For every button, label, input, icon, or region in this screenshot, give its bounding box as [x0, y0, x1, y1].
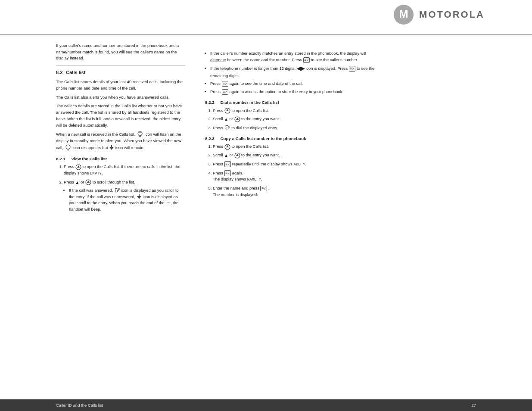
- press-btn-copy4: ≡/: [224, 170, 231, 176]
- svg-marker-22: [236, 118, 239, 120]
- calls-list-para2: The Calls list also alerts you when you …: [56, 94, 185, 101]
- empty-text: EMPTY: [90, 171, 102, 176]
- nav-icon-dial1: [224, 108, 230, 114]
- dial-step-3: Press to dial the displayed entry.: [213, 125, 379, 131]
- copy-step-3: Press ≡/ repeatedly until the display sh…: [213, 161, 379, 168]
- right-top-bullets: If the caller's number exactly matches a…: [210, 50, 379, 95]
- answered-icon: [114, 188, 120, 193]
- svg-marker-24: [226, 145, 229, 147]
- subsection-8-2-2-title: Dial a number in the Calls list: [220, 100, 279, 105]
- motorola-m-icon: M: [393, 4, 414, 25]
- svg-point-6: [66, 145, 70, 149]
- svg-marker-26: [236, 154, 239, 156]
- press-btn-copy5: ≡/: [260, 186, 267, 191]
- dial-icon: [224, 125, 230, 131]
- press-btn-2: ≡/: [349, 66, 356, 72]
- nav-icon-dial2: [234, 116, 240, 122]
- calls-icon: [137, 131, 143, 138]
- press-btn-3: ≡/: [222, 81, 229, 87]
- copy-calls-steps: Press to open the Calls list. Scroll ▲ o…: [213, 143, 379, 198]
- svg-marker-17: [137, 196, 141, 199]
- section-8-2-header: 8.2 Calls list: [56, 69, 185, 76]
- missed-icon: [137, 194, 142, 200]
- footer-label: Caller ID and the Calls list: [56, 403, 103, 408]
- page-footer: Caller ID and the Calls list 27: [0, 399, 532, 411]
- brand-name: MOTOROLA: [419, 9, 485, 20]
- bullet-answered: If the call was answered, icon is displa…: [69, 187, 185, 212]
- subsection-8-2-1-title: View the Calls list: [71, 156, 107, 161]
- right-column: If the caller's number exactly matches a…: [194, 35, 388, 223]
- up-arrow-copy: ▲: [224, 152, 228, 159]
- nav-icon-step1: [75, 164, 81, 170]
- subsection-8-2-2-number: 8.2.2: [205, 100, 215, 105]
- nav-icon-step2: [85, 179, 91, 185]
- up-arrow-dial: ▲: [224, 116, 228, 123]
- subsection-8-2-3-number: 8.2.3: [205, 136, 215, 141]
- subsection-8-2-1-number: 8.2.1: [56, 156, 65, 161]
- copy-step-1: Press to open the Calls list.: [213, 143, 379, 150]
- left-column: If your caller's name and number are sto…: [0, 35, 194, 223]
- scroll-bullets: If the call was answered, icon is displa…: [69, 187, 185, 212]
- down-arrow-icon: [109, 145, 114, 151]
- section-8-2-number: 8.2: [56, 69, 62, 76]
- press-btn-copy3: ≡/: [224, 161, 231, 167]
- copy-step-4: Press ≡/ again. The display shows NAME ?…: [213, 170, 379, 184]
- footer-page-number: 27: [471, 403, 476, 408]
- calls-list-para3: The caller's details are stored in the C…: [56, 103, 185, 128]
- view-calls-steps: Press to open the Calls list. If there a…: [64, 164, 185, 212]
- svg-marker-9: [109, 147, 114, 150]
- bullet-rt-1: If the caller's number exactly matches a…: [210, 50, 379, 63]
- svg-text:M: M: [399, 8, 408, 20]
- lr-arrow-icon: ◀▶: [297, 65, 305, 72]
- copy-step-2: Scroll ▲ or to the entry you want.: [213, 152, 379, 159]
- press-btn-1: ≡/: [303, 57, 310, 63]
- subsection-8-2-3-title: Copy a Calls list number to the phoneboo…: [220, 136, 306, 141]
- logo-area: M MOTOROLA: [393, 4, 485, 25]
- press-btn-4: ≡/: [222, 89, 229, 95]
- calls-list-para4: When a new call is received in the Calls…: [56, 131, 185, 151]
- svg-rect-10: [111, 145, 112, 147]
- subsection-8-2-3-header: 8.2.3 Copy a Calls list number to the ph…: [205, 135, 379, 142]
- svg-marker-20: [226, 109, 229, 111]
- subsection-8-2-2-header: 8.2.2 Dial a number in the Calls list: [205, 99, 379, 106]
- content-columns: If your caller's name and number are sto…: [0, 34, 532, 223]
- bullet-rt-2: If the telephone number is longer than 1…: [210, 65, 379, 79]
- dial-calls-steps: Press to open the Calls list. Scroll ▲ o…: [213, 108, 379, 131]
- alternate-text: alternate: [210, 57, 226, 62]
- name-text: NAME ?: [247, 177, 261, 182]
- intro-text: If your caller's name and number are sto…: [56, 43, 185, 62]
- calls-list-para1: The Calls list stores details of your la…: [56, 79, 185, 91]
- copy-step-5: Enter the name and press ≡/ . The number…: [213, 185, 379, 198]
- subsection-8-2-1-header: 8.2.1 View the Calls list: [56, 156, 185, 162]
- step-1: Press to open the Calls list. If there a…: [64, 164, 185, 177]
- add-text: ADD ?: [294, 162, 305, 167]
- nav-icon-copy2: [234, 153, 240, 159]
- nav-icon-copy1: [224, 144, 230, 150]
- section-8-2-title: Calls list: [66, 69, 85, 76]
- calls-icon2: [65, 144, 72, 151]
- page-layout: M MOTOROLA If your caller's name and num…: [0, 0, 532, 375]
- dial-step-1: Press to open the Calls list.: [213, 108, 379, 114]
- step-2: Press ▲ or to scroll through the list. I…: [64, 179, 185, 213]
- up-arrow-icon: ▲: [75, 179, 80, 186]
- svg-rect-18: [139, 194, 140, 196]
- bullet-rt-4: Press ≡/ again to access the option to s…: [210, 89, 379, 95]
- bullet-rt-3: Press ≡/ again to see the time and date …: [210, 81, 379, 87]
- svg-marker-14: [87, 181, 90, 183]
- dial-step-2: Scroll ▲ or to the entry you want.: [213, 116, 379, 123]
- svg-marker-12: [77, 165, 80, 168]
